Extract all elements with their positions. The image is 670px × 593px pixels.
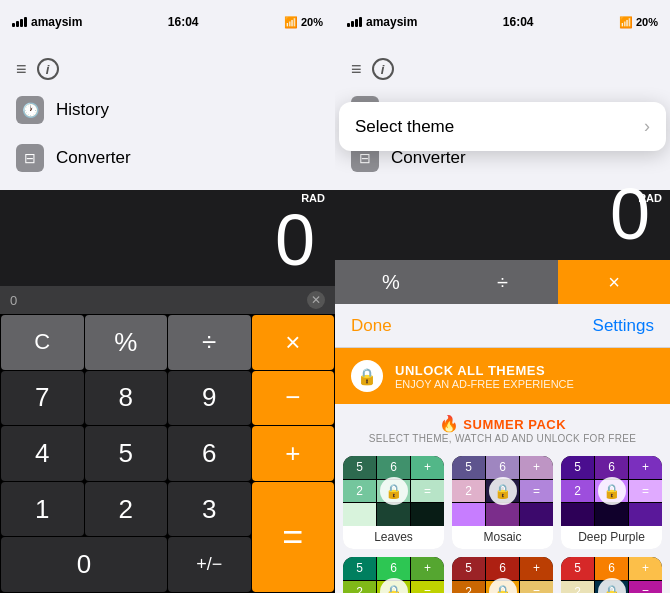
- right-converter-label: Converter: [391, 148, 466, 168]
- theme-lock-icon: 🔒: [489, 578, 517, 593]
- btn-clear[interactable]: C: [1, 315, 84, 370]
- right-display: RAD 0: [335, 190, 670, 260]
- right-info-icon[interactable]: i: [372, 58, 394, 80]
- done-button[interactable]: Done: [351, 316, 392, 336]
- battery-label: 20%: [301, 16, 323, 28]
- btn-2[interactable]: 2: [85, 482, 168, 537]
- theme-card-leaves[interactable]: 56+23=🔒Leaves: [343, 456, 444, 549]
- converter-label: Converter: [56, 148, 131, 168]
- menu-item-history[interactable]: 🕐 History: [0, 86, 335, 134]
- display-value: 0: [275, 204, 315, 276]
- right-carrier-label: amaysim: [366, 15, 417, 29]
- right-status-bar: amaysim 16:04 📶 20%: [335, 0, 670, 44]
- right-signal-icon: [347, 17, 362, 27]
- right-btn-divide[interactable]: ÷: [447, 260, 559, 304]
- theme-card-fireworks[interactable]: 56+23=🔒Fireworks: [561, 557, 662, 593]
- history-bar: 0 ✕: [0, 286, 335, 314]
- theme-lock-icon: 🔒: [598, 477, 626, 505]
- btn-8[interactable]: 8: [85, 371, 168, 426]
- theme-card-aurora[interactable]: 56+23=🔒Aurora: [343, 557, 444, 593]
- calculator-buttons: C % ÷ × 7 8 9 − 4 5 6 + 1 2 3 = 0 +/−: [0, 314, 335, 593]
- theme-name: Deep Purple: [561, 526, 662, 549]
- right-time-label: 16:04: [503, 15, 534, 29]
- info-icon[interactable]: i: [37, 58, 59, 80]
- theme-lock-icon: 🔒: [380, 477, 408, 505]
- chevron-right-icon: ›: [644, 116, 650, 137]
- right-hamburger-icon[interactable]: ≡: [351, 59, 362, 80]
- theme-name: Leaves: [343, 526, 444, 549]
- summer-pack-header: 🔥 SUMMER PACK SELECT THEME, WATCH AD AND…: [335, 404, 670, 448]
- right-status-left: amaysim: [347, 15, 417, 29]
- btn-divide[interactable]: ÷: [168, 315, 251, 370]
- btn-percent[interactable]: %: [85, 315, 168, 370]
- lock-icon: 🔒: [351, 360, 383, 392]
- right-menu-panel: ≡ i 🕐 History ⊟ Converter Select theme ›: [335, 44, 670, 190]
- btn-3[interactable]: 3: [168, 482, 251, 537]
- right-battery-label: 20%: [636, 16, 658, 28]
- unlock-subtitle: ENJOY AN AD-FREE EXPERIENCE: [395, 378, 574, 390]
- btn-subtract[interactable]: −: [252, 371, 335, 426]
- clear-history-button[interactable]: ✕: [307, 291, 325, 309]
- select-theme-label: Select theme: [355, 117, 454, 137]
- left-status-bar: amaysim 16:04 📶 20%: [0, 0, 335, 44]
- theme-name: Mosaic: [452, 526, 553, 549]
- btn-9[interactable]: 9: [168, 371, 251, 426]
- btn-equals[interactable]: =: [252, 482, 335, 592]
- btn-plusminus[interactable]: +/−: [168, 537, 251, 592]
- btn-7[interactable]: 7: [1, 371, 84, 426]
- unlock-title: UNLOCK ALL THEMES: [395, 363, 574, 378]
- left-menu-panel: ≡ i 🕐 History ⊟ Converter: [0, 44, 335, 190]
- right-theme-panel: amaysim 16:04 📶 20% ≡ i 🕐 History ⊟ Conv…: [335, 0, 670, 593]
- btn-add[interactable]: +: [252, 426, 335, 481]
- btn-0[interactable]: 0: [1, 537, 167, 592]
- right-status-right: 📶 20%: [619, 16, 658, 29]
- theme-card-volcano[interactable]: 56+23=🔒Volcano: [452, 557, 553, 593]
- menu-header: ≡ i: [0, 52, 335, 86]
- right-display-value: 0: [610, 178, 650, 250]
- time-label: 16:04: [168, 15, 199, 29]
- btn-6[interactable]: 6: [168, 426, 251, 481]
- select-theme-popup[interactable]: Select theme ›: [339, 102, 666, 151]
- signal-icon: [12, 17, 27, 27]
- btn-5[interactable]: 5: [85, 426, 168, 481]
- btn-1[interactable]: 1: [1, 482, 84, 537]
- theme-lock-icon: 🔒: [598, 578, 626, 593]
- menu-item-converter[interactable]: ⊟ Converter: [0, 134, 335, 182]
- right-menu-header: ≡ i: [335, 52, 670, 86]
- right-battery-icon: 📶: [619, 16, 633, 29]
- right-rad-label-calc: RAD: [638, 192, 662, 204]
- right-btn-multiply[interactable]: ×: [558, 260, 670, 304]
- settings-button[interactable]: Settings: [593, 316, 654, 336]
- hamburger-icon[interactable]: ≡: [16, 59, 27, 80]
- battery-icon: 📶: [284, 16, 298, 29]
- fire-icon: 🔥: [439, 415, 459, 432]
- left-display: 0: [0, 204, 335, 286]
- left-calculator-panel: amaysim 16:04 📶 20% ≡ i 🕐 History ⊟ Conv…: [0, 0, 335, 593]
- btn-multiply[interactable]: ×: [252, 315, 335, 370]
- history-bar-value: 0: [10, 293, 17, 308]
- action-bar: Done Settings: [335, 304, 670, 348]
- history-icon: 🕐: [16, 96, 44, 124]
- theme-card-deep-purple[interactable]: 56+23=🔒Deep Purple: [561, 456, 662, 549]
- history-label: History: [56, 100, 109, 120]
- btn-4[interactable]: 4: [1, 426, 84, 481]
- theme-lock-icon: 🔒: [489, 477, 517, 505]
- partial-buttons-row: % ÷ ×: [335, 260, 670, 304]
- theme-card-mosaic[interactable]: 56+23=🔒Mosaic: [452, 456, 553, 549]
- theme-grid: 56+23=🔒Leaves56+23=🔒Mosaic56+23=🔒Deep Pu…: [335, 448, 670, 593]
- left-status-right: 📶 20%: [284, 16, 323, 29]
- summer-pack-title: SUMMER PACK: [463, 417, 566, 432]
- carrier-label: amaysim: [31, 15, 82, 29]
- converter-icon: ⊟: [16, 144, 44, 172]
- left-status-left: amaysim: [12, 15, 82, 29]
- unlock-banner[interactable]: 🔒 UNLOCK ALL THEMES ENJOY AN AD-FREE EXP…: [335, 348, 670, 404]
- summer-pack-subtitle: SELECT THEME, WATCH AD AND UNLOCK FOR FR…: [335, 433, 670, 444]
- theme-lock-icon: 🔒: [380, 578, 408, 593]
- right-btn-percent[interactable]: %: [335, 260, 447, 304]
